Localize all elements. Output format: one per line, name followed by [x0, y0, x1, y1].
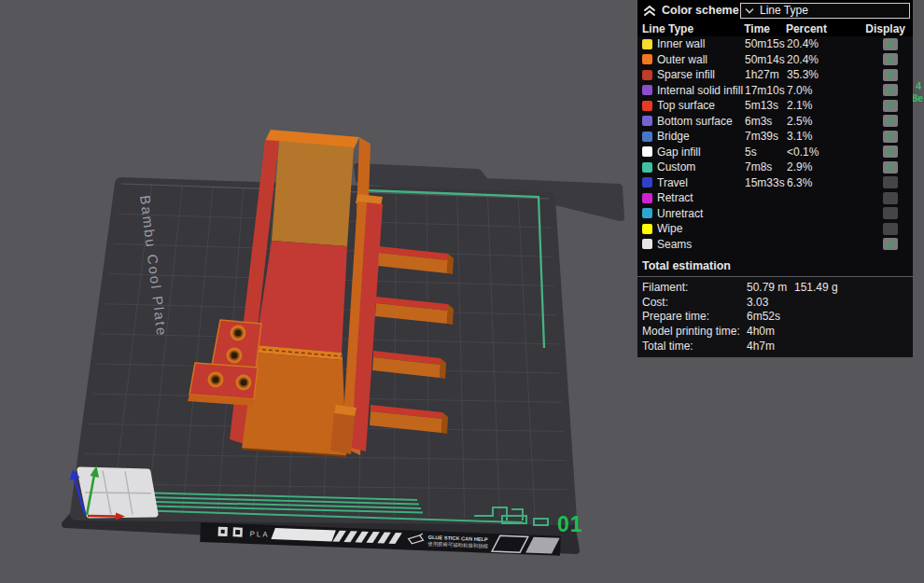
display-checkbox[interactable]: ✓ [883, 146, 898, 158]
line-type-time: 50m14s [745, 53, 787, 66]
line-type-percent: <0.1% [787, 146, 852, 159]
line-type-color-swatch [642, 54, 652, 64]
legend-row: Outer wall50m14s20.4%✓ [637, 52, 913, 68]
display-checkbox[interactable]: ✓ [883, 223, 898, 235]
display-checkbox[interactable]: ✓ [883, 84, 898, 96]
checkmark-icon: ✓ [886, 84, 895, 95]
total-row-label: Filament: [642, 281, 747, 294]
line-type-label: Wipe [657, 222, 745, 235]
line-type-label: Internal solid infill [657, 84, 745, 97]
line-type-color-swatch [642, 101, 652, 111]
line-type-label: Custom [657, 160, 745, 174]
display-checkbox[interactable]: ✓ [883, 115, 898, 127]
line-type-percent: 20.4% [787, 53, 852, 66]
box-interior-upper [272, 141, 354, 246]
line-type-color-swatch [642, 39, 652, 49]
display-checkbox[interactable]: ✓ [883, 69, 898, 81]
plate-number[interactable]: 01 [557, 512, 583, 536]
checkmark-icon: ✓ [886, 115, 895, 126]
total-estimation-section: Total estimation Filament:50.79 m151.49 … [637, 257, 913, 357]
checkmark-icon: ✓ [886, 161, 895, 173]
display-checkbox[interactable]: ✓ [883, 38, 898, 50]
legend-row: Unretract✓ [637, 206, 913, 222]
line-type-percent: 2.1% [787, 99, 852, 112]
total-row-value: 4h0m [747, 325, 794, 338]
total-row-value: 4h7m [747, 340, 794, 353]
edge-legend-fragment-1: 4 [916, 80, 922, 91]
color-scheme-dropdown[interactable]: Line Type [740, 3, 910, 19]
line-type-percent: 20.4% [787, 37, 852, 50]
total-row-value: 6m52s [747, 310, 794, 323]
collapse-chevrons-icon[interactable] [643, 4, 657, 17]
column-display: Display [865, 22, 913, 35]
checkmark-icon: ✓ [886, 238, 895, 249]
total-row-label: Total time: [642, 340, 747, 353]
panel-title: Color scheme [662, 4, 739, 17]
line-type-percent: 3.1% [787, 130, 852, 143]
line-type-color-swatch [642, 239, 652, 249]
line-type-percent: 35.3% [787, 68, 852, 81]
total-row-value: 50.79 m [747, 281, 794, 294]
chevron-down-icon [745, 7, 754, 14]
legend-row: Travel15m33s6.3%✓ [637, 175, 913, 191]
display-checkbox[interactable]: ✓ [883, 176, 898, 188]
line-type-label: Top surface [657, 99, 745, 112]
line-type-label: Bridge [657, 130, 745, 143]
line-type-time: 7m39s [745, 130, 787, 143]
line-type-label: Outer wall [657, 53, 745, 66]
line-type-label: Inner wall [657, 37, 745, 50]
line-type-time: 7m8s [745, 160, 787, 174]
line-type-color-swatch [642, 193, 652, 203]
x-axis-red [88, 516, 116, 517]
dropdown-value: Line Type [760, 4, 808, 17]
line-type-time: 6m3s [745, 115, 787, 128]
line-type-label: Seams [657, 238, 745, 251]
line-type-color-swatch [642, 177, 652, 187]
color-scheme-panel: Color scheme Line Type Line Type Time Pe… [637, 0, 913, 349]
checkmark-icon: ✓ [886, 69, 895, 80]
display-checkbox[interactable]: ✓ [883, 131, 898, 143]
display-checkbox[interactable]: ✓ [883, 53, 898, 65]
checkmark-icon: ✓ [886, 53, 895, 64]
total-row: Cost:3.03 [637, 295, 913, 310]
line-type-label: Gap infill [657, 146, 745, 159]
display-checkbox[interactable]: ✓ [883, 192, 898, 204]
line-type-color-swatch [642, 146, 652, 157]
line-type-time: 1h27m [745, 68, 787, 81]
line-type-color-swatch [642, 224, 652, 234]
line-type-percent: 2.5% [787, 115, 852, 128]
panel-header: Color scheme Line Type [637, 0, 913, 21]
line-type-color-swatch [642, 208, 652, 218]
line-type-label: Unretract [657, 207, 745, 220]
display-checkbox[interactable]: ✓ [883, 207, 898, 219]
line-type-percent: 6.3% [787, 176, 852, 189]
line-type-time: 17m10s [745, 84, 787, 97]
material-label: PLA [249, 530, 269, 539]
total-row-label: Model printing time: [642, 325, 747, 338]
checkmark-icon: ✓ [886, 38, 895, 49]
legend-row: Gap infill5s<0.1%✓ [637, 145, 913, 160]
line-type-color-swatch [642, 85, 652, 95]
line-type-time: 5m13s [745, 99, 787, 112]
line-type-label: Travel [657, 176, 745, 189]
legend-row: Wipe✓ [637, 221, 913, 237]
column-percent: Percent [786, 22, 865, 35]
column-line-type: Line Type [642, 22, 744, 35]
column-time: Time [744, 22, 786, 35]
display-checkbox[interactable]: ✓ [883, 100, 898, 112]
total-row: Filament:50.79 m151.49 g [637, 280, 913, 295]
edge-legend-fragment-2: 8e [912, 92, 923, 104]
legend-row: Internal solid infill17m10s7.0%✓ [637, 83, 913, 99]
line-type-color-swatch [642, 116, 652, 126]
total-row: Model printing time:4h0m [637, 324, 913, 339]
total-row-value-secondary: 151.49 g [794, 281, 838, 294]
legend-column-headers: Line Type Time Percent Display [637, 21, 913, 36]
display-checkbox[interactable]: ✓ [883, 161, 898, 174]
line-type-color-swatch [642, 162, 652, 173]
total-estimation-title: Total estimation [637, 257, 913, 276]
display-checkbox[interactable]: ✓ [883, 238, 898, 250]
total-row-label: Prepare time: [642, 310, 747, 323]
checkmark-icon: ✓ [886, 100, 895, 111]
line-type-time: 50m15s [745, 37, 787, 50]
checkmark-icon: ✓ [886, 131, 895, 142]
